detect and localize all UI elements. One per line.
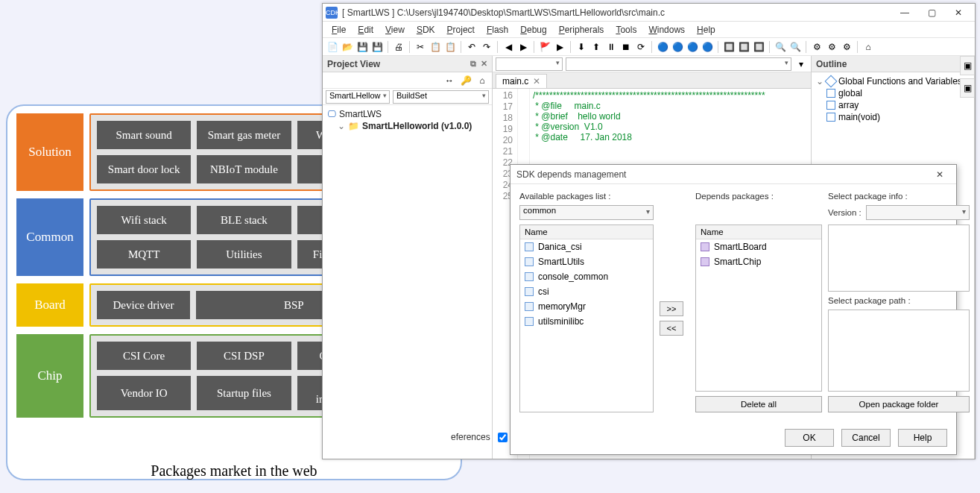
toolbar-icon[interactable]: ▶: [553, 40, 566, 54]
add-button[interactable]: >>: [660, 301, 683, 316]
toolbar-icon[interactable]: 🔵: [671, 40, 684, 54]
available-item[interactable]: memoryMgr: [538, 301, 586, 312]
menu-peripherals[interactable]: Peripherals: [553, 23, 610, 37]
toolbar-icon[interactable]: ⚙: [840, 40, 853, 54]
toolbar-icon[interactable]: 🔲: [752, 40, 765, 54]
menu-tools[interactable]: Tools: [610, 23, 642, 37]
minimize-button[interactable]: —: [891, 4, 918, 21]
toolbar-icon[interactable]: 📄: [326, 40, 339, 54]
project-tree[interactable]: 🖵SmartLWS ⌄📁SmartLHelloworld (v1.0.0): [323, 105, 492, 459]
toolbar-icon[interactable]: ⚙: [810, 40, 823, 54]
depends-list[interactable]: Name SmartLBoardSmartLChip: [695, 224, 822, 392]
package-icon: [525, 317, 534, 326]
key-icon[interactable]: 🔑: [459, 74, 472, 87]
toolbar-icon[interactable]: 🔵: [656, 40, 669, 54]
tree-project[interactable]: SmartLHelloworld (v1.0.0): [362, 121, 472, 131]
outline-item[interactable]: array: [838, 100, 859, 110]
titlebar: CDK [ SmartLWS ] C:\Users\jl194740\Deskt…: [323, 4, 975, 22]
help-button[interactable]: Help: [898, 429, 947, 447]
diag-label: Chip: [16, 334, 83, 418]
editor-tab-main[interactable]: main.c ✕: [496, 74, 547, 88]
home-icon[interactable]: ⌂: [475, 74, 489, 87]
toolbar-icon[interactable]: 💾: [355, 40, 369, 54]
toolbar-icon[interactable]: ⟳: [634, 40, 648, 54]
toolbar-icon[interactable]: 📋: [443, 40, 457, 54]
depends-header: Name: [696, 225, 821, 239]
toolbar-icon[interactable]: 🖨: [392, 40, 405, 54]
toolbar-icon[interactable]: ▶: [516, 40, 530, 54]
menu-help[interactable]: Help: [691, 23, 721, 37]
toolbar-icon[interactable]: 🔍: [788, 40, 802, 54]
toolbar-icon[interactable]: ⏸: [604, 40, 618, 54]
diamond-icon: [825, 75, 838, 88]
available-item[interactable]: SmartLUtils: [538, 257, 584, 267]
symbol-selector[interactable]: [566, 57, 791, 71]
dropdown-icon[interactable]: ▾: [794, 57, 808, 71]
menu-file[interactable]: File: [326, 23, 352, 37]
version-select[interactable]: [866, 205, 970, 220]
dialog-close-icon[interactable]: ✕: [929, 169, 950, 180]
toolbar-icon[interactable]: 📂: [341, 40, 354, 54]
buildset-selector[interactable]: BuildSet: [393, 90, 489, 104]
menu-windows[interactable]: Windows: [642, 23, 691, 37]
diag-cell: Smart gas meter: [197, 121, 291, 149]
right-strip-item[interactable]: ▣: [960, 78, 975, 98]
toolbar-icon[interactable]: ◀: [502, 40, 515, 54]
toolbar-icon[interactable]: ↷: [480, 40, 493, 54]
toolbar-icon[interactable]: 🔍: [774, 40, 787, 54]
ok-button[interactable]: OK: [785, 429, 834, 447]
project-selector[interactable]: SmartLHellow: [326, 90, 390, 104]
path-textbox[interactable]: [828, 310, 970, 392]
outline-item[interactable]: main(void): [838, 112, 880, 122]
diag-cell: Utilities: [197, 240, 291, 269]
toolbar-icon[interactable]: 📋: [429, 40, 442, 54]
right-strip-item[interactable]: ▣: [960, 56, 975, 75]
tree-root[interactable]: SmartLWS: [339, 109, 382, 119]
scope-selector[interactable]: [496, 57, 563, 71]
toolbar-icon[interactable]: 🔵: [701, 40, 714, 54]
available-item[interactable]: csi: [538, 286, 549, 297]
diag-cell: Wifi stack: [97, 206, 191, 234]
toolbar-icon[interactable]: ⚙: [825, 40, 838, 54]
close-button[interactable]: ✕: [945, 4, 972, 21]
outline-tree[interactable]: ⌄Global Functions and Variables globalar…: [812, 72, 974, 126]
toolbar-icon[interactable]: ⏹: [619, 40, 633, 54]
panel-undock-icon[interactable]: ⧉: [470, 59, 476, 69]
menu-debug[interactable]: Debug: [514, 23, 552, 37]
lower-checkbox[interactable]: [498, 433, 508, 442]
depends-item[interactable]: SmartLBoard: [714, 242, 767, 252]
menu-edit[interactable]: Edit: [352, 23, 379, 37]
toolbar-icon[interactable]: ⬇: [575, 40, 588, 54]
menu-flash[interactable]: Flash: [481, 23, 514, 37]
outline-root[interactable]: Global Functions and Variables: [838, 76, 962, 87]
panel-close-icon[interactable]: ✕: [481, 59, 487, 69]
tab-close-icon[interactable]: ✕: [533, 76, 540, 87]
menu-sdk[interactable]: SDK: [411, 23, 441, 37]
toolbar-icon[interactable]: 🔲: [737, 40, 750, 54]
depends-item[interactable]: SmartLChip: [714, 257, 761, 267]
cancel-button[interactable]: Cancel: [841, 429, 891, 447]
toolbar-icon[interactable]: 💾: [370, 40, 384, 54]
toolbar-icon[interactable]: ↶: [465, 40, 478, 54]
remove-button[interactable]: <<: [660, 321, 683, 336]
toolbar-icon[interactable]: ⬆: [589, 40, 603, 54]
available-item[interactable]: utilsminilibc: [538, 316, 584, 327]
toolbar-icon[interactable]: ✂: [414, 40, 427, 54]
toolbar-icon[interactable]: ⌂: [862, 40, 875, 54]
info-textbox[interactable]: [828, 224, 970, 292]
delete-all-button[interactable]: Delete all: [695, 396, 822, 412]
lower-tab-label[interactable]: eferences: [451, 432, 490, 442]
collapse-icon[interactable]: ↔: [443, 74, 456, 87]
maximize-button[interactable]: ▢: [918, 4, 945, 21]
toolbar-icon[interactable]: 🔵: [686, 40, 699, 54]
menu-view[interactable]: View: [379, 23, 411, 37]
available-list[interactable]: Name Danica_csiSmartLUtilsconsole_common…: [519, 224, 654, 412]
available-category-select[interactable]: common: [519, 205, 654, 220]
toolbar-icon[interactable]: 🚩: [538, 40, 551, 54]
available-item[interactable]: console_common: [538, 271, 608, 282]
available-item[interactable]: Danica_csi: [538, 242, 582, 252]
outline-item[interactable]: global: [838, 88, 862, 98]
menu-project[interactable]: Project: [441, 23, 481, 37]
open-folder-button[interactable]: Open package folder: [828, 396, 970, 412]
toolbar-icon[interactable]: 🔲: [722, 40, 736, 54]
